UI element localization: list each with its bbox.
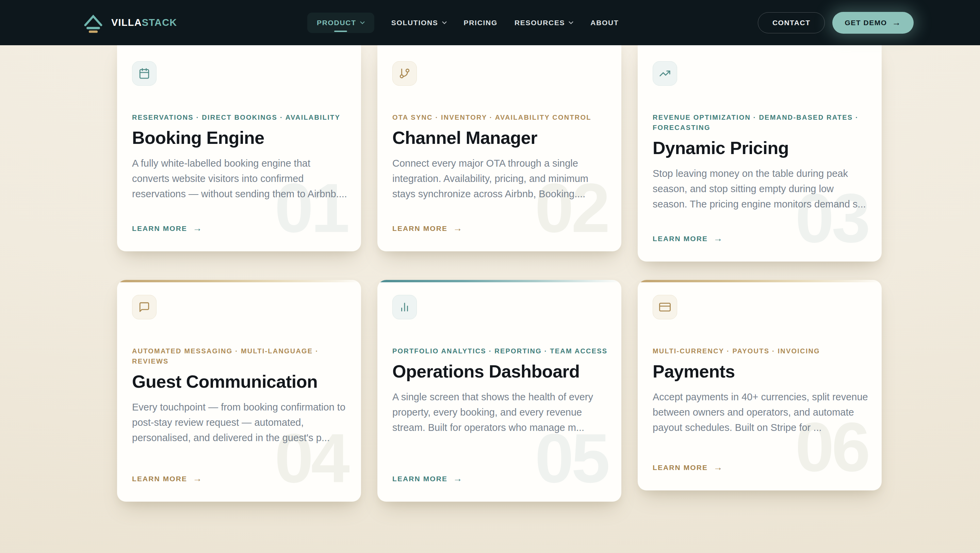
get-demo-button-label: GET DEMO [845, 19, 887, 27]
brand-name-secondary: STACK [142, 17, 177, 28]
card-accent-bar [377, 280, 621, 282]
feature-card-guest-communication: 04 AUTOMATED MESSAGING · MULTI-LANGUAGE … [117, 280, 361, 502]
learn-more-link[interactable]: LEARN MORE → [392, 474, 608, 484]
card-accent-bar [117, 280, 361, 282]
card-description: A fully white-labelled booking engine th… [132, 156, 348, 202]
features-grid: 01 RESERVATIONS · DIRECT BOOKINGS · AVAI… [117, 45, 882, 502]
bar-chart-icon [399, 301, 410, 313]
learn-more-link[interactable]: LEARN MORE → [653, 462, 869, 473]
learn-more-link[interactable]: LEARN MORE → [392, 223, 608, 234]
card-description: A single screen that shows the health of… [392, 389, 608, 435]
card-description: Every touchpoint — from booking confirma… [132, 400, 348, 445]
card-tags: REVENUE OPTIMIZATION · DEMAND-BASED RATE… [653, 112, 869, 133]
nav-item-label: SOLUTIONS [391, 19, 438, 27]
card-icon-tile [653, 295, 677, 319]
learn-more-link[interactable]: LEARN MORE → [653, 233, 869, 244]
arrow-right-icon: → [892, 17, 902, 28]
learn-more-label: LEARN MORE [392, 475, 447, 483]
arrow-right-icon: → [713, 233, 722, 244]
feature-card-operations-dashboard: 05 PORTFOLIO ANALYTICS · REPORTING · TEA… [377, 280, 621, 502]
top-navigation-bar: VILLASTACK PRODUCT SOLUTIONS PRICING RES… [0, 0, 980, 45]
contact-button-label: CONTACT [772, 19, 811, 27]
get-demo-button[interactable]: GET DEMO → [832, 12, 914, 34]
arrow-right-icon: → [453, 474, 462, 484]
feature-card-booking-engine: 01 RESERVATIONS · DIRECT BOOKINGS · AVAI… [117, 45, 361, 251]
learn-more-label: LEARN MORE [132, 475, 187, 483]
arrow-right-icon: → [192, 223, 202, 234]
nav-item-product[interactable]: PRODUCT [307, 13, 374, 33]
brand-name: VILLASTACK [111, 17, 177, 28]
credit-card-icon [659, 301, 671, 313]
card-icon-tile [392, 61, 417, 86]
learn-more-label: LEARN MORE [392, 224, 447, 233]
learn-more-label: LEARN MORE [653, 464, 708, 472]
card-tags: MULTI-CURRENCY · PAYOUTS · INVOICING [653, 346, 869, 356]
card-title: Channel Manager [392, 127, 608, 148]
main-nav: PRODUCT SOLUTIONS PRICING RESOURCES ABOU… [307, 0, 619, 45]
card-title: Dynamic Pricing [653, 137, 869, 159]
card-tags: OTA SYNC · INVENTORY · AVAILABILITY CONT… [392, 112, 608, 122]
card-title: Guest Communication [132, 371, 348, 392]
card-description: Connect every major OTA through a single… [392, 156, 608, 202]
nav-item-label: PRICING [464, 19, 498, 27]
card-tags: RESERVATIONS · DIRECT BOOKINGS · AVAILAB… [132, 112, 348, 122]
arrow-right-icon: → [453, 223, 462, 234]
brand-name-primary: VILLA [111, 17, 142, 28]
card-title: Operations Dashboard [392, 361, 608, 382]
nav-item-label: RESOURCES [514, 19, 565, 27]
learn-more-label: LEARN MORE [653, 235, 708, 243]
card-title: Payments [653, 361, 869, 382]
arrow-right-icon: → [713, 462, 722, 473]
contact-button[interactable]: CONTACT [758, 12, 825, 33]
git-branch-icon [399, 68, 410, 79]
trending-up-icon [659, 68, 671, 79]
nav-item-label: PRODUCT [317, 19, 356, 27]
feature-card-payments: 06 MULTI-CURRENCY · PAYOUTS · INVOICING … [638, 280, 882, 490]
card-icon-tile [653, 61, 677, 86]
nav-item-about[interactable]: ABOUT [590, 19, 619, 27]
card-description: Stop leaving money on the table during p… [653, 166, 869, 212]
page: { "ui": { "arrow_right": "→" }, "palette… [0, 0, 980, 553]
card-icon-tile [132, 295, 156, 319]
chevron-down-icon [360, 21, 365, 24]
brand-logo[interactable]: VILLASTACK [83, 0, 177, 45]
message-square-icon [138, 301, 150, 313]
card-icon-tile [392, 295, 417, 319]
nav-item-solutions[interactable]: SOLUTIONS [391, 19, 447, 27]
card-tags: PORTFOLIO ANALYTICS · REPORTING · TEAM A… [392, 346, 608, 356]
card-title: Booking Engine [132, 127, 348, 148]
card-icon-tile [132, 61, 156, 86]
learn-more-link[interactable]: LEARN MORE → [132, 223, 348, 234]
calendar-icon [138, 68, 150, 79]
learn-more-link[interactable]: LEARN MORE → [132, 474, 348, 484]
arrow-right-icon: → [192, 474, 202, 484]
villa-roof-logo-icon [83, 12, 104, 33]
card-tags: AUTOMATED MESSAGING · MULTI-LANGUAGE · R… [132, 346, 348, 366]
feature-card-dynamic-pricing: 03 REVENUE OPTIMIZATION · DEMAND-BASED R… [638, 45, 882, 262]
nav-item-resources[interactable]: RESOURCES [514, 19, 573, 27]
learn-more-label: LEARN MORE [132, 224, 187, 233]
chevron-down-icon [569, 21, 573, 24]
nav-item-label: ABOUT [590, 19, 619, 27]
header-actions: CONTACT GET DEMO → [758, 0, 914, 45]
card-description: Accept payments in 40+ currencies, split… [653, 389, 869, 435]
card-accent-bar [638, 280, 882, 282]
nav-item-pricing[interactable]: PRICING [464, 19, 498, 27]
feature-card-channel-manager: 02 OTA SYNC · INVENTORY · AVAILABILITY C… [377, 45, 621, 251]
chevron-down-icon [442, 21, 447, 24]
